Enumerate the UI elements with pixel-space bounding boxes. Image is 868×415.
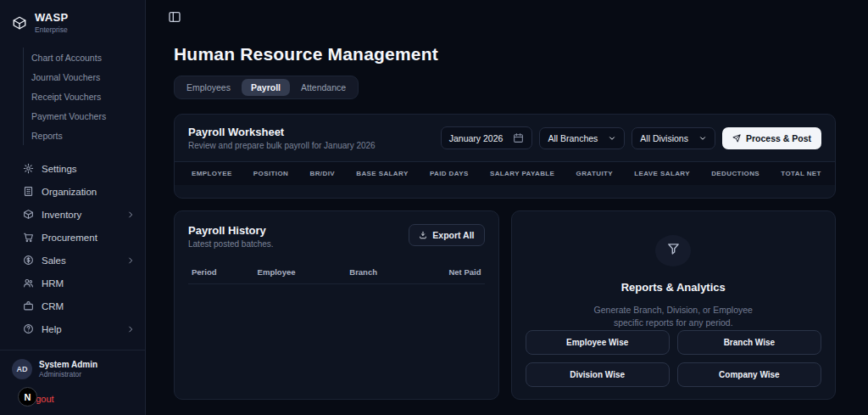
report-buttons: Employee Wise Branch Wise Division Wise … [526, 330, 822, 387]
column-header: PAID DAYS [430, 170, 469, 177]
division-wise-button[interactable]: Division Wise [526, 362, 670, 387]
column-header: BR/DIV [310, 170, 336, 177]
division-select[interactable]: All Divisions [632, 127, 715, 149]
sidebar-item-payment-vouchers[interactable]: Payment Vouchers [31, 106, 145, 126]
branch-wise-button[interactable]: Branch Wise [677, 330, 821, 355]
send-icon [732, 134, 741, 143]
sidebar-item-receipt-vouchers[interactable]: Receipt Vouchers [31, 87, 145, 106]
hrm-tabs: Employees Payroll Attendance [174, 76, 359, 99]
funnel-icon-circle [655, 235, 691, 266]
history-empty-body [188, 284, 485, 386]
sidebar-item-hrm[interactable]: HRM [0, 272, 145, 294]
column-header: SALARY PAYABLE [490, 170, 554, 177]
calendar-icon [513, 132, 524, 143]
app-window: WASP Enterprise Chart of Accounts Journa… [0, 0, 868, 415]
column-header: LEAVE SALARY [634, 170, 690, 177]
payroll-history-card: Payroll History Latest posted batches. E… [174, 210, 499, 400]
main-content: Human Resource Management Employees Payr… [146, 0, 868, 415]
download-icon [419, 231, 427, 239]
brand: WASP Enterprise [0, 11, 145, 34]
history-table-header: Period Employee Branch Net Paid [188, 267, 485, 284]
box-icon [23, 209, 34, 220]
chevron-down-icon [608, 134, 616, 143]
users-icon [23, 278, 34, 289]
sidebar-item-reports[interactable]: Reports [31, 126, 145, 145]
user-role: Administrator [39, 370, 97, 379]
sidebar-item-label: Settings [42, 164, 77, 174]
month-picker-value: January 2026 [449, 133, 504, 143]
history-title: Payroll History [188, 224, 274, 237]
month-picker[interactable]: January 2026 [441, 126, 533, 149]
user-name: System Admin [39, 360, 97, 369]
column-header: DEDUCTIONS [711, 170, 760, 177]
payroll-worksheet-card: Payroll Worksheet Review and prepare bul… [174, 114, 836, 199]
cube-logo-icon [12, 15, 27, 31]
main-menu: Settings Organization Inventory Procurem… [0, 157, 145, 340]
chevron-right-icon [126, 256, 135, 265]
briefcase-icon [23, 300, 34, 311]
reports-title: Reports & Analytics [621, 281, 726, 294]
process-post-label: Process & Post [746, 133, 811, 143]
process-post-button[interactable]: Process & Post [722, 127, 821, 149]
sidebar-item-organization[interactable]: Organization [0, 180, 145, 203]
column-header: TOTAL NET [781, 170, 821, 177]
chevron-right-icon [126, 210, 135, 219]
sidebar-item-label: Procurement [42, 233, 97, 243]
column-header: Employee [258, 267, 350, 277]
sidebar-item-chart-of-accounts[interactable]: Chart of Accounts [31, 48, 145, 67]
sidebar-item-sales[interactable]: Sales [0, 249, 145, 272]
tab-employees[interactable]: Employees [177, 79, 240, 96]
chevron-down-icon [698, 134, 707, 143]
branch-select[interactable]: All Branches [539, 127, 625, 149]
column-header: GRATUITY [576, 170, 614, 177]
employee-wise-button[interactable]: Employee Wise [526, 330, 670, 355]
sidebar-item-journal-vouchers[interactable]: Journal Vouchers [31, 67, 145, 87]
company-wise-button[interactable]: Company Wise [677, 362, 821, 387]
column-header: EMPLOYEE [192, 170, 232, 177]
worksheet-controls: January 2026 All Branches All Divisions … [441, 126, 821, 149]
nextjs-dev-badge[interactable]: N [18, 387, 37, 407]
dollar-icon [23, 255, 34, 266]
funnel-icon [666, 242, 681, 260]
sidebar-item-label: Organization [42, 187, 97, 197]
tab-payroll[interactable]: Payroll [242, 79, 290, 96]
logout-row: N Logout [0, 384, 145, 407]
worksheet-title: Payroll Worksheet [188, 126, 376, 138]
brand-name: WASP [35, 11, 68, 24]
sidebar-item-label: Sales [42, 255, 66, 266]
export-all-button[interactable]: Export All [409, 224, 484, 246]
sidebar: WASP Enterprise Chart of Accounts Journa… [0, 0, 146, 415]
sidebar-item-label: Help [42, 324, 62, 334]
cart-icon [23, 232, 34, 243]
worksheet-table-header: EMPLOYEE POSITION BR/DIV BASE SALARY PAI… [175, 161, 835, 185]
avatar: AD [12, 359, 32, 379]
sidebar-item-inventory[interactable]: Inventory [0, 203, 145, 226]
column-header: POSITION [253, 170, 288, 177]
worksheet-subtitle: Review and prepare bulk payroll for Janu… [188, 141, 376, 150]
division-select-value: All Divisions [640, 133, 688, 143]
column-header: BASE SALARY [356, 170, 408, 177]
reports-description: Generate Branch, Division, or Employee s… [582, 304, 765, 331]
building-icon [23, 186, 34, 197]
help-icon [23, 323, 34, 334]
sidebar-toggle-button[interactable] [165, 8, 184, 27]
tab-attendance[interactable]: Attendance [292, 79, 355, 96]
panel-toggle-icon [168, 10, 181, 26]
column-header: Branch [349, 267, 428, 277]
gear-icon [23, 163, 34, 174]
sidebar-item-help[interactable]: Help [0, 317, 145, 340]
chevron-right-icon [126, 325, 135, 334]
brand-subtitle: Enterprise [35, 25, 68, 34]
user-profile[interactable]: AD System Admin Administrator [0, 350, 145, 384]
column-header: Net Paid [428, 267, 481, 277]
worksheet-empty-body [175, 185, 835, 198]
branch-select-value: All Branches [548, 133, 598, 143]
sidebar-item-procurement[interactable]: Procurement [0, 226, 145, 249]
sidebar-item-settings[interactable]: Settings [0, 157, 145, 180]
history-subtitle: Latest posted batches. [188, 239, 274, 249]
column-header: Period [192, 267, 258, 277]
sidebar-item-label: Inventory [42, 210, 81, 220]
finance-submenu: Chart of Accounts Journal Vouchers Recei… [23, 48, 145, 145]
sidebar-item-crm[interactable]: CRM [0, 294, 145, 317]
export-all-label: Export All [432, 230, 474, 240]
